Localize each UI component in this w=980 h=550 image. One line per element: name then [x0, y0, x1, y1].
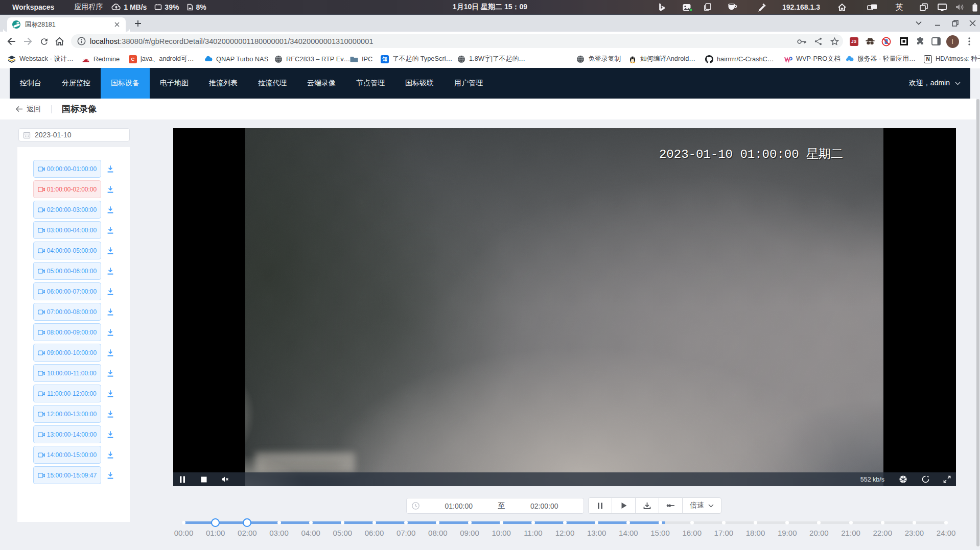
segment-download-icon[interactable]	[106, 328, 115, 337]
volume-icon[interactable]	[955, 0, 964, 14]
segment-button[interactable]: 00:00:00-01:00:00	[33, 160, 101, 178]
extension-qr-icon[interactable]	[896, 33, 912, 50]
bookmark-item[interactable]: Redmine	[82, 51, 120, 67]
bookmark-item[interactable]: 1.8W字|了不起的…	[457, 51, 525, 67]
back-icon[interactable]	[3, 32, 20, 51]
user-menu[interactable]: 欢迎，admin	[909, 68, 961, 99]
segment-button[interactable]: 06:00:00-07:00:00	[33, 282, 101, 300]
nav-item[interactable]: 云端录像	[297, 68, 346, 99]
range-end-value[interactable]: 02:00:00	[505, 502, 584, 510]
segment-download-icon[interactable]	[106, 389, 115, 398]
player-stop-icon[interactable]	[198, 472, 210, 486]
battery-icon[interactable]	[972, 0, 978, 14]
bookmark-item[interactable]: hairrrrr/C-CrashC…	[705, 51, 774, 67]
seek-button[interactable]	[659, 497, 683, 514]
bookmark-item[interactable]: RFC2833 – RTP Ev…	[274, 51, 350, 67]
play-button[interactable]	[612, 497, 636, 514]
nav-item[interactable]: 推流列表	[199, 68, 248, 99]
display-icon[interactable]	[938, 0, 947, 14]
video-player[interactable]: 2023-01-10 01:00:00 星期二 552 kb/s	[173, 128, 956, 486]
segment-button[interactable]: 07:00:00-08:00:00	[33, 303, 101, 321]
player-mute-icon[interactable]	[219, 472, 231, 486]
download-button[interactable]	[635, 497, 659, 514]
bookmark-item[interactable]: 服务器 - 轻量应用…	[846, 51, 916, 67]
workspaces-switcher-icon[interactable]	[867, 0, 877, 14]
nav-item[interactable]: 控制台	[10, 68, 52, 99]
nav-item[interactable]: 电子地图	[150, 68, 199, 99]
segment-download-icon[interactable]	[106, 185, 115, 194]
nav-item[interactable]: 国标级联	[395, 68, 444, 99]
browser-menu-icon[interactable]	[961, 33, 977, 50]
segment-download-icon[interactable]	[106, 267, 115, 276]
bing-icon[interactable]	[659, 0, 665, 14]
window-restore-icon[interactable]	[920, 0, 928, 14]
bookmark-item[interactable]: 如何编译Android…	[628, 51, 695, 67]
extension-blocker-icon[interactable]	[878, 33, 894, 50]
tool-icon[interactable]	[758, 0, 766, 14]
browser-tab[interactable]: 国标28181	[7, 17, 126, 32]
segment-download-icon[interactable]	[106, 348, 115, 357]
segment-download-icon[interactable]	[106, 410, 115, 419]
date-picker-input[interactable]: 2023-01-10	[18, 128, 130, 141]
segment-download-icon[interactable]	[106, 450, 115, 460]
side-panel-icon[interactable]	[928, 33, 944, 50]
segment-download-icon[interactable]	[106, 287, 115, 296]
speed-dropdown[interactable]: 倍速	[682, 497, 721, 514]
nav-item[interactable]: 拉流代理	[248, 68, 297, 99]
segment-download-icon[interactable]	[106, 205, 115, 214]
segment-button[interactable]: 11:00:00-12:00:00	[33, 385, 101, 402]
extensions-puzzle-icon[interactable]	[912, 33, 928, 50]
nav-item[interactable]: 国标设备	[101, 68, 150, 99]
segment-download-icon[interactable]	[106, 430, 115, 439]
segment-button[interactable]: 02:00:00-03:00:00	[33, 201, 101, 219]
home-button-icon[interactable]	[51, 32, 68, 51]
tab-close-icon[interactable]	[112, 20, 122, 29]
ip-address[interactable]: 192.168.1.3	[782, 0, 820, 14]
nav-item[interactable]: 用户管理	[444, 68, 493, 99]
segment-button[interactable]: 03:00:00-04:00:00	[33, 221, 101, 239]
segment-button[interactable]: 08:00:00-09:00:00	[33, 323, 101, 341]
fullscreen-icon[interactable]	[941, 472, 953, 486]
profile-avatar[interactable]: I	[944, 33, 961, 50]
snapshot-icon[interactable]	[897, 472, 909, 486]
segment-button[interactable]: 14:00:00-15:00:00	[33, 446, 101, 464]
window-minimize-icon[interactable]	[930, 14, 945, 32]
segment-button[interactable]: 12:00:00-13:00:00	[33, 405, 101, 423]
player-pause-icon[interactable]	[176, 472, 189, 486]
extension-incognito-icon[interactable]	[862, 33, 878, 50]
home-icon[interactable]	[837, 0, 847, 14]
back-arrow-icon[interactable]	[15, 106, 23, 112]
range-start-value[interactable]: 01:00:00	[419, 502, 498, 510]
nav-item[interactable]: 节点管理	[346, 68, 395, 99]
extension-js-icon[interactable]: JS	[846, 33, 862, 50]
segment-download-icon[interactable]	[106, 226, 115, 235]
segment-download-icon[interactable]	[106, 164, 115, 174]
back-link[interactable]: 返回	[27, 105, 41, 114]
clipboard-icon[interactable]	[703, 0, 711, 14]
bookmark-item[interactable]: QNAP Turbo NAS	[204, 51, 268, 67]
player-reload-icon[interactable]	[919, 472, 931, 486]
bookmark-item[interactable]: Webstack - 设计…	[8, 51, 74, 67]
ime-indicator[interactable]: 英	[896, 0, 903, 14]
segment-button[interactable]: 04:00:00-05:00:00	[33, 242, 101, 259]
forward-icon[interactable]	[19, 32, 36, 51]
bookmark-item[interactable]: 知了不起的 TypeScri…	[381, 51, 452, 67]
pause-button[interactable]	[588, 497, 612, 514]
bookmark-item[interactable]: NHDAtmos :: 种子 *…	[924, 51, 980, 67]
bookmark-item[interactable]: 免登录复制	[576, 51, 621, 67]
window-close-icon[interactable]	[965, 14, 980, 32]
segment-download-icon[interactable]	[106, 307, 115, 317]
segment-button[interactable]: 09:00:00-10:00:00	[33, 344, 101, 362]
address-bar[interactable]: localhost:38080/#/gbRecordDetail/3402000…	[71, 34, 843, 48]
coffee-icon[interactable]	[728, 0, 737, 14]
segment-button[interactable]: 13:00:00-14:00:00	[33, 425, 101, 443]
bookmark-item[interactable]: WVP-PRO文档	[784, 51, 841, 67]
segment-button[interactable]: 05:00:00-06:00:00	[33, 262, 101, 280]
site-info-icon[interactable]	[77, 37, 86, 45]
bookmark-item[interactable]: IPC	[350, 51, 372, 67]
window-restore-button[interactable]	[947, 14, 963, 32]
tab-search-icon[interactable]	[911, 14, 926, 32]
nav-item[interactable]: 分屏监控	[52, 68, 101, 99]
segment-button[interactable]: 15:00:00-15:09:47	[33, 466, 101, 484]
segment-download-icon[interactable]	[106, 369, 115, 378]
